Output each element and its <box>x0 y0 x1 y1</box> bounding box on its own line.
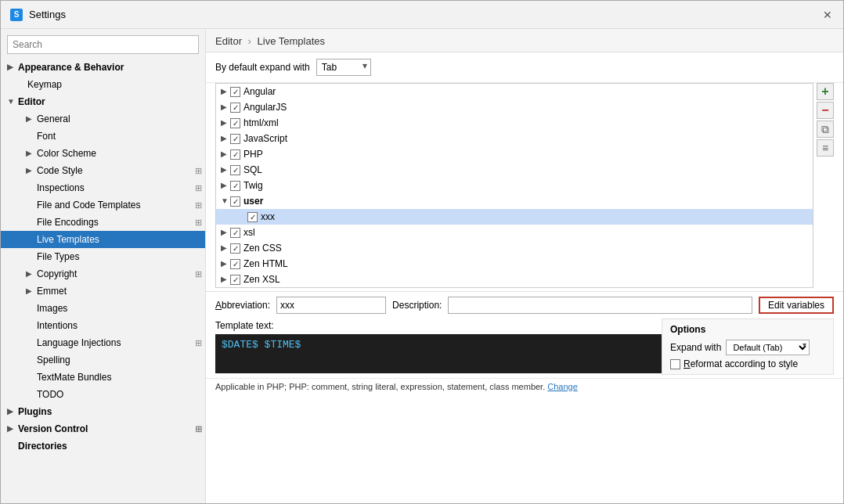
more-template-button[interactable]: ≡ <box>817 139 834 157</box>
sidebar-item-version-control[interactable]: ▶Version Control⊞ <box>1 420 205 437</box>
description-input[interactable] <box>448 297 752 314</box>
sidebar-item-live-templates[interactable]: Live Templates <box>1 231 205 248</box>
template-checkbox-javascript[interactable] <box>230 134 240 144</box>
sidebar-item-general[interactable]: ▶General <box>1 110 205 128</box>
change-applicable-link[interactable]: Change <box>547 382 578 391</box>
search-input[interactable] <box>7 35 199 54</box>
template-arrow-xsl: ▶ <box>221 228 230 237</box>
sidebar-item-font[interactable]: Font <box>1 128 205 145</box>
nav-label-directories: Directories <box>18 441 67 452</box>
template-row-javascript[interactable]: ▶JavaScript <box>216 131 813 146</box>
close-button[interactable]: ✕ <box>821 9 834 21</box>
reformat-row: Reformat according to style <box>670 358 825 369</box>
sidebar-item-file-code-templates[interactable]: File and Code Templates⊞ <box>1 196 205 214</box>
template-arrow-user: ▼ <box>221 196 230 206</box>
options-panel: Options Expand with Default (Tab) Tab En… <box>662 319 834 375</box>
copy-icon-language-injections: ⊞ <box>195 338 202 348</box>
template-list: ▶Angular▶AngularJS▶html/xml▶JavaScript▶P… <box>216 84 813 287</box>
template-checkbox-php[interactable] <box>230 149 240 160</box>
sidebar-item-copyright[interactable]: ▶Copyright⊞ <box>1 265 205 283</box>
template-arrow-zen-html: ▶ <box>221 259 230 268</box>
template-editor[interactable]: $DATE$ $TIME$ <box>215 334 662 373</box>
sidebar-item-color-scheme[interactable]: ▶Color Scheme <box>1 145 205 162</box>
template-row-xsl[interactable]: ▶xsl <box>216 225 813 240</box>
template-checkbox-html-xml[interactable] <box>230 118 240 128</box>
sidebar-item-todo[interactable]: TODO <box>1 386 205 403</box>
remove-template-button[interactable]: − <box>817 102 834 119</box>
template-checkbox-sql[interactable] <box>230 165 240 175</box>
template-row-xxx[interactable]: xxx <box>216 209 813 225</box>
template-checkbox-xxx[interactable] <box>247 212 258 222</box>
abbreviation-input[interactable] <box>276 297 386 314</box>
nav-label-live-templates: Live Templates <box>37 234 99 245</box>
nav-label-code-style: Code Style <box>37 165 83 176</box>
main-panel: Editor › Live Templates By default expan… <box>206 29 843 503</box>
sidebar-item-file-encodings[interactable]: File Encodings⊞ <box>1 214 205 231</box>
sidebar-item-file-types[interactable]: File Types <box>1 248 205 265</box>
sidebar-item-appearance[interactable]: ▶Appearance & Behavior <box>1 59 205 76</box>
abbreviation-row: Abbreviation: Description: Edit variable… <box>215 297 834 314</box>
nav-label-color-scheme: Color Scheme <box>37 148 96 159</box>
breadcrumb-current: Live Templates <box>258 35 325 47</box>
template-checkbox-user[interactable] <box>230 196 240 207</box>
template-arrow-sql: ▶ <box>221 165 230 175</box>
template-arrow-php: ▶ <box>221 149 230 159</box>
sidebar-item-language-injections[interactable]: Language Injections⊞ <box>1 334 205 351</box>
sidebar-item-directories[interactable]: Directories <box>1 437 205 455</box>
template-row-zen-xsl[interactable]: ▶Zen XSL <box>216 272 813 287</box>
expand-with-select[interactable]: Default (Tab) Tab Enter Space <box>726 340 810 355</box>
sidebar-item-editor[interactable]: ▼Editor <box>1 93 205 110</box>
sidebar-item-keymap[interactable]: Keymap <box>1 76 205 93</box>
copy-icon-inspections: ⊞ <box>195 183 202 193</box>
sidebar-item-spelling[interactable]: Spelling <box>1 351 205 369</box>
sidebar-item-textmate-bundles[interactable]: TextMate Bundles <box>1 369 205 386</box>
nav-label-general: General <box>37 113 70 124</box>
reformat-checkbox[interactable] <box>670 359 680 369</box>
settings-window: S Settings ✕ ▶Appearance & BehaviorKeyma… <box>0 0 844 504</box>
template-checkbox-zen-css[interactable] <box>230 243 240 254</box>
nav-label-font: Font <box>37 131 56 142</box>
template-checkbox-zen-xsl[interactable] <box>230 275 240 285</box>
template-row-sql[interactable]: ▶SQL <box>216 162 813 178</box>
template-checkbox-zen-html[interactable] <box>230 259 240 269</box>
template-arrow-angular: ▶ <box>221 87 230 96</box>
sidebar-item-intentions[interactable]: Intentions <box>1 317 205 334</box>
abbreviation-label: Abbreviation: <box>215 300 270 311</box>
sidebar-item-inspections[interactable]: Inspections⊞ <box>1 179 205 196</box>
template-checkbox-angularjs[interactable] <box>230 103 240 113</box>
nav-label-textmate-bundles: TextMate Bundles <box>37 372 111 383</box>
template-row-php[interactable]: ▶PHP <box>216 146 813 162</box>
template-arrow-zen-xsl: ▶ <box>221 275 230 284</box>
template-row-angular[interactable]: ▶Angular <box>216 84 813 99</box>
expand-with-label: Expand with <box>670 342 721 353</box>
titlebar-left: S Settings <box>10 9 66 21</box>
template-row-zen-css[interactable]: ▶Zen CSS <box>216 240 813 256</box>
template-checkbox-xsl[interactable] <box>230 228 240 238</box>
expand-select[interactable]: Tab Enter Space <box>316 59 371 76</box>
template-checkbox-angular[interactable] <box>230 87 240 97</box>
template-row-user[interactable]: ▼user <box>216 193 813 209</box>
template-row-angularjs[interactable]: ▶AngularJS <box>216 99 813 115</box>
titlebar: S Settings ✕ <box>1 1 843 29</box>
add-template-button[interactable]: + <box>817 83 834 100</box>
template-row-twig[interactable]: ▶Twig <box>216 178 813 193</box>
edit-variables-button[interactable]: Edit variables <box>759 297 834 314</box>
copy-template-button[interactable]: ⧉ <box>817 121 834 138</box>
template-row-html-xml[interactable]: ▶html/xml <box>216 115 813 131</box>
description-label: Description: <box>392 300 442 311</box>
template-row-zen-html[interactable]: ▶Zen HTML <box>216 256 813 272</box>
sidebar-item-emmet[interactable]: ▶Emmet <box>1 283 205 300</box>
bottom-row-layout: Template text: $DATE$ $TIME$ Options Exp… <box>215 319 834 375</box>
nav-label-appearance: Appearance & Behavior <box>18 62 124 73</box>
applicable-text: Applicable in PHP; PHP: comment, string … <box>215 382 545 391</box>
sidebar-item-plugins[interactable]: ▶Plugins <box>1 403 205 420</box>
template-checkbox-twig[interactable] <box>230 181 240 191</box>
template-side-buttons: + − ⧉ ≡ <box>817 83 834 288</box>
template-arrow-zen-css: ▶ <box>221 243 230 253</box>
nav-list: ▶Appearance & BehaviorKeymap▼Editor▶Gene… <box>1 59 205 455</box>
sidebar-item-images[interactable]: Images <box>1 300 205 317</box>
sidebar-item-code-style[interactable]: ▶Code Style⊞ <box>1 162 205 179</box>
options-title: Options <box>670 324 825 335</box>
nav-label-file-code-templates: File and Code Templates <box>37 200 141 211</box>
template-name-angularjs: AngularJS <box>243 102 287 113</box>
